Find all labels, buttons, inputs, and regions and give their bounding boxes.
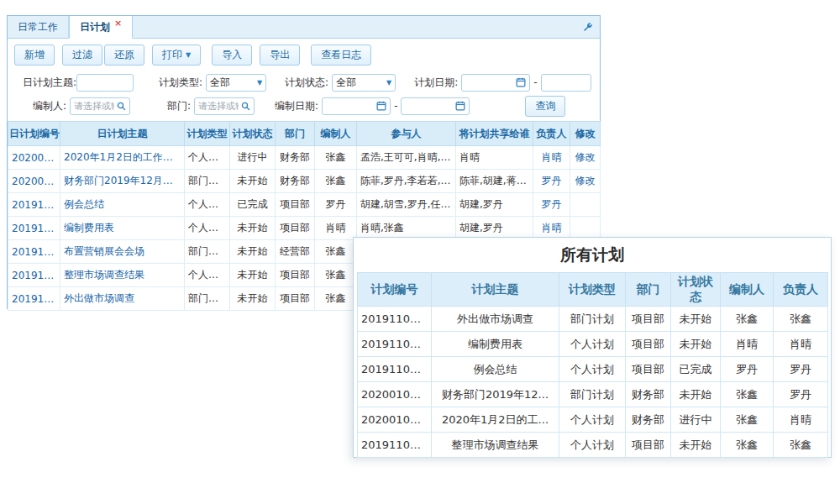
owner-cell: 肖晴 bbox=[774, 407, 828, 433]
col-header-shared-with[interactable]: 将计划共享给谁 bbox=[456, 122, 533, 146]
plan-status-cell: 未开始 bbox=[230, 240, 276, 264]
modify-link[interactable]: 修改 bbox=[570, 146, 601, 170]
wrench-icon[interactable] bbox=[582, 22, 593, 33]
plan-status-cell: 已完成 bbox=[230, 193, 276, 217]
col-header-subject[interactable]: 日计划主题 bbox=[60, 122, 185, 146]
plan-subject-link[interactable]: 整理市场调查结果 bbox=[60, 264, 185, 287]
department-input[interactable] bbox=[198, 98, 239, 114]
plan-subject-link[interactable]: 2020年1月2日的工作日... bbox=[60, 146, 185, 170]
modify-link bbox=[570, 193, 601, 217]
plan-status-cell: 未开始 bbox=[671, 332, 721, 357]
import-button[interactable]: 导入 bbox=[212, 45, 252, 66]
search-icon[interactable] bbox=[117, 102, 126, 111]
table-row[interactable]: 2019110005 例会总结 个人计划 已完成 项目部 罗丹 胡建,胡雪,罗丹… bbox=[8, 193, 601, 217]
filter-row-2: 编制人: 部门: 编制日期: - bbox=[14, 94, 593, 118]
creator-cell: 张鑫 bbox=[721, 307, 774, 332]
department-cell: 财务部 bbox=[276, 146, 315, 170]
plan-id-cell: 2020010002 bbox=[358, 407, 432, 433]
department-cell: 项目部 bbox=[276, 217, 315, 240]
plan-subject-cell: 整理市场调查结果 bbox=[432, 433, 559, 458]
plan-status-cell: 未开始 bbox=[671, 307, 721, 332]
plan-subject-link[interactable]: 布置营销展会会场 bbox=[60, 240, 185, 264]
owner-link[interactable]: 肖晴 bbox=[533, 146, 570, 170]
calendar-icon[interactable] bbox=[516, 77, 526, 87]
plan-subject-link[interactable]: 外出做市场调查 bbox=[60, 287, 185, 311]
col-header-plan-id[interactable]: 日计划编号 bbox=[8, 122, 60, 146]
table-row: 2020010001 财务部门2019年12... 部门计划 财务部 未开始 张… bbox=[358, 382, 828, 407]
creator-cell: 张鑫 bbox=[315, 240, 357, 264]
col-header-type[interactable]: 计划类型 bbox=[185, 122, 230, 146]
tab-daily-work[interactable]: 日常工作 bbox=[8, 16, 69, 38]
col-header-department[interactable]: 部门 bbox=[276, 122, 315, 146]
search-icon[interactable] bbox=[241, 102, 250, 111]
filter-button[interactable]: 过滤 bbox=[62, 45, 102, 66]
plan-subject-cell: 外出做市场调查 bbox=[432, 307, 559, 332]
department-label: 部门: bbox=[167, 99, 191, 113]
plan-date-end-input[interactable] bbox=[545, 75, 587, 91]
chevron-down-icon: ▼ bbox=[386, 79, 391, 87]
toolbar: 新增 过滤 还原 打印 ▼ 导入 导出 查看日志 bbox=[8, 39, 600, 71]
export-button[interactable]: 导出 bbox=[260, 45, 300, 66]
col-header-status[interactable]: 计划状态 bbox=[230, 122, 276, 146]
create-date-end-input[interactable] bbox=[405, 98, 453, 114]
close-icon[interactable]: × bbox=[114, 18, 122, 28]
col-header-modify[interactable]: 修改 bbox=[570, 122, 601, 146]
plan-subject-link[interactable]: 编制费用表 bbox=[60, 217, 185, 240]
owner-link[interactable]: 罗丹 bbox=[533, 193, 570, 217]
department-cell: 项目部 bbox=[626, 433, 671, 458]
calendar-icon[interactable] bbox=[455, 101, 465, 111]
col-header-creator[interactable]: 编制人 bbox=[315, 122, 357, 146]
plan-date-start-input[interactable] bbox=[465, 75, 513, 91]
plan-id-link[interactable]: 2019110004 bbox=[8, 217, 60, 240]
plan-id-link[interactable]: 2020010001 bbox=[8, 170, 60, 193]
owner-link[interactable]: 罗丹 bbox=[533, 170, 570, 193]
plan-subject-link[interactable]: 例会总结 bbox=[60, 193, 185, 217]
department-cell: 项目部 bbox=[626, 332, 671, 357]
plan-type-cell: 部门计划 bbox=[559, 382, 626, 407]
plan-status-label: 计划状态: bbox=[285, 76, 328, 90]
plan-id-link[interactable]: 2019110001 bbox=[8, 287, 60, 311]
table-row[interactable]: 2020010001 财务部门2019年12月的... 部门计划 未开始 财务部… bbox=[8, 170, 601, 193]
page-title: 所有计划 bbox=[357, 241, 827, 272]
plan-id-link[interactable]: 2019110005 bbox=[8, 193, 60, 217]
view-log-button[interactable]: 查看日志 bbox=[311, 45, 371, 66]
col-header-owner[interactable]: 负责人 bbox=[533, 122, 570, 146]
creator-input[interactable] bbox=[74, 98, 114, 114]
col-header-participants[interactable]: 参与人 bbox=[357, 122, 456, 146]
plan-type-cell: 个人计划 bbox=[185, 146, 230, 170]
plan-id-link[interactable]: 2019110002 bbox=[8, 264, 60, 287]
plan-status-cell: 未开始 bbox=[230, 264, 276, 287]
plan-id-cell: 2019110002 bbox=[358, 433, 432, 458]
col-header-subject: 计划主题 bbox=[432, 273, 559, 307]
plan-subject-link[interactable]: 财务部门2019年12月的... bbox=[60, 170, 185, 193]
plan-date-label: 计划日期: bbox=[414, 76, 458, 90]
plan-type-select[interactable]: 全部 ▼ bbox=[206, 74, 266, 92]
department-cell: 财务部 bbox=[626, 382, 671, 407]
create-date-start-input[interactable] bbox=[326, 98, 374, 114]
tab-bar: 日常工作 日计划 × bbox=[8, 16, 600, 39]
department-cell: 财务部 bbox=[626, 407, 671, 433]
participants-cell: 陈菲,罗丹,李若若,罗... bbox=[357, 170, 456, 193]
plan-status-cell: 进行中 bbox=[671, 407, 721, 433]
print-button[interactable]: 打印 ▼ bbox=[152, 45, 201, 66]
search-button[interactable]: 查询 bbox=[525, 96, 565, 117]
restore-button[interactable]: 还原 bbox=[104, 45, 144, 66]
add-button[interactable]: 新增 bbox=[14, 45, 55, 66]
plan-type-cell: 部门计划 bbox=[559, 307, 626, 332]
department-cell: 财务部 bbox=[276, 170, 315, 193]
calendar-icon[interactable] bbox=[376, 101, 386, 111]
plan-status-select[interactable]: 全部 ▼ bbox=[332, 74, 396, 92]
modify-link[interactable]: 修改 bbox=[570, 170, 601, 193]
plan-id-link[interactable]: 2019110003 bbox=[8, 240, 60, 264]
plan-status-cell: 未开始 bbox=[230, 217, 276, 240]
plan-id-link[interactable]: 2020010002 bbox=[8, 146, 60, 170]
shared-with-cell: 胡建,罗丹 bbox=[456, 193, 533, 217]
create-date-start-wrap bbox=[322, 97, 391, 115]
plan-subject-cell: 例会总结 bbox=[432, 357, 559, 382]
subject-input[interactable] bbox=[81, 75, 129, 91]
tab-daily-plan[interactable]: 日计划 × bbox=[69, 16, 133, 39]
range-separator: - bbox=[533, 76, 537, 88]
creator-cell: 张鑫 bbox=[721, 433, 774, 458]
table-row[interactable]: 2020010002 2020年1月2日的工作日... 个人计划 进行中 财务部… bbox=[8, 146, 601, 170]
table-header-row: 计划编号 计划主题 计划类型 部门 计划状态 编制人 负责人 bbox=[358, 273, 828, 307]
